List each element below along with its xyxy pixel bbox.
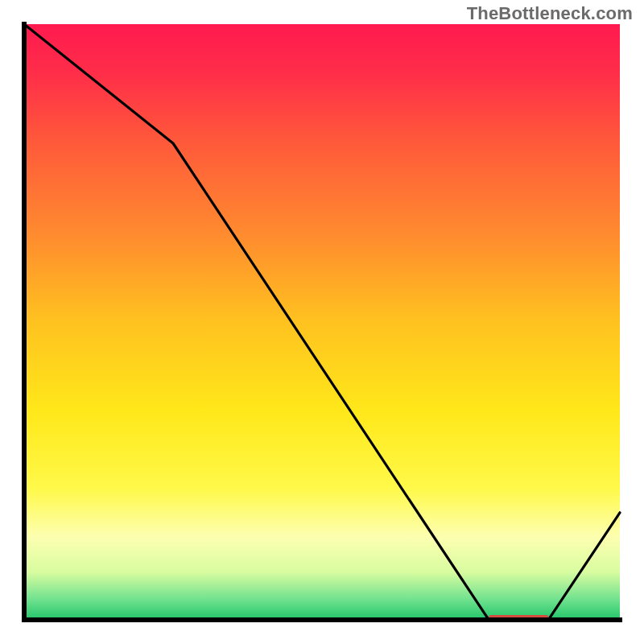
- chart-stage: TheBottleneck.com: [0, 0, 644, 644]
- chart-canvas: [0, 0, 644, 644]
- gradient-background: [24, 24, 620, 620]
- plot-area: [24, 24, 620, 620]
- watermark-text: TheBottleneck.com: [467, 3, 633, 24]
